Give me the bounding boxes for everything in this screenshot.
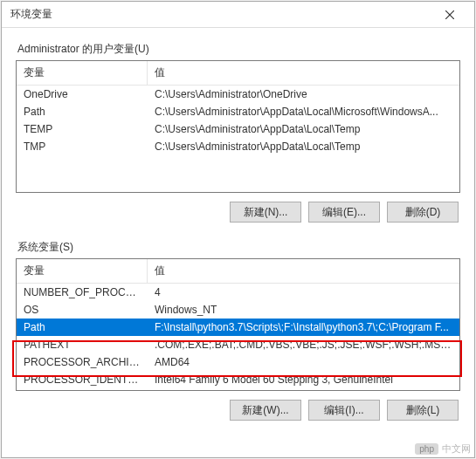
cell-value: Intel64 Family 6 Model 60 Stepping 3, Ge… xyxy=(148,371,459,388)
close-button[interactable] xyxy=(432,3,467,27)
cell-name: Path xyxy=(17,103,148,120)
user-list-header: 变量 值 xyxy=(17,61,459,86)
col-name[interactable]: 变量 xyxy=(17,259,148,283)
cell-value: C:\Users\Administrator\OneDrive xyxy=(148,86,459,103)
content-area: Administrator 的用户变量(U) 变量 值 OneDriveC:\U… xyxy=(2,28,474,457)
window-title: 环境变量 xyxy=(10,7,52,22)
sys-buttons: 新建(W)... 编辑(I)... 删除(L) xyxy=(16,391,460,426)
cell-value: F:\Install\python3.7\Scripts\;F:\Install… xyxy=(148,319,459,336)
sys-list-body[interactable]: NUMBER_OF_PROCESSORS4OSWindows_NTPathF:\… xyxy=(17,284,459,391)
table-row[interactable]: OSWindows_NT xyxy=(17,301,459,319)
close-icon xyxy=(445,10,454,19)
col-name[interactable]: 变量 xyxy=(17,61,148,85)
sys-vars-list[interactable]: 变量 值 NUMBER_OF_PROCESSORS4OSWindows_NTPa… xyxy=(16,258,460,391)
cell-name: Path xyxy=(17,319,148,336)
cell-value: 6 xyxy=(148,388,459,391)
table-row[interactable]: PATHEXT.COM;.EXE;.BAT;.CMD;.VBS;.VBE;.JS… xyxy=(17,336,459,353)
sys-edit-button[interactable]: 编辑(I)... xyxy=(308,400,380,421)
cell-value: 4 xyxy=(148,284,459,301)
user-list-body[interactable]: OneDriveC:\Users\Administrator\OneDriveP… xyxy=(17,86,459,193)
cell-value: C:\Users\Administrator\AppData\Local\Tem… xyxy=(148,138,459,155)
cell-value: C:\Users\Administrator\AppData\Local\Mic… xyxy=(148,103,459,120)
sys-vars-label: 系统变量(S) xyxy=(17,240,460,255)
user-delete-button[interactable]: 删除(D) xyxy=(387,202,459,223)
cell-name: NUMBER_OF_PROCESSORS xyxy=(17,284,148,301)
col-value[interactable]: 值 xyxy=(148,259,459,283)
table-row[interactable]: TMPC:\Users\Administrator\AppData\Local\… xyxy=(17,138,459,155)
cell-name: OneDrive xyxy=(17,86,148,103)
cell-name: TMP xyxy=(17,138,148,155)
table-row[interactable]: TEMPC:\Users\Administrator\AppData\Local… xyxy=(17,120,459,138)
sys-delete-button[interactable]: 删除(L) xyxy=(387,400,459,421)
user-vars-label: Administrator 的用户变量(U) xyxy=(17,42,460,57)
user-new-button[interactable]: 新建(N)... xyxy=(230,202,301,223)
cell-name: OS xyxy=(17,301,148,319)
col-value[interactable]: 值 xyxy=(148,61,459,85)
titlebar: 环境变量 xyxy=(2,2,474,28)
user-edit-button[interactable]: 编辑(E)... xyxy=(308,202,380,223)
table-row[interactable]: PathC:\Users\Administrator\AppData\Local… xyxy=(17,103,459,120)
table-row[interactable]: PROCESSOR_LEVEL6 xyxy=(17,388,459,391)
user-buttons: 新建(N)... 编辑(E)... 删除(D) xyxy=(16,193,460,228)
cell-name: PROCESSOR_LEVEL xyxy=(17,388,148,391)
cell-value: .COM;.EXE;.BAT;.CMD;.VBS;.VBE;.JS;.JSE;.… xyxy=(148,336,459,353)
cell-value: AMD64 xyxy=(148,353,459,371)
cell-name: PROCESSOR_ARCHITECT xyxy=(17,353,148,371)
table-row[interactable]: PROCESSOR_IDENTIFIERIntel64 Family 6 Mod… xyxy=(17,371,459,388)
cell-value: C:\Users\Administrator\AppData\Local\Tem… xyxy=(148,120,459,138)
cell-name: PATHEXT xyxy=(17,336,148,353)
user-vars-list[interactable]: 变量 值 OneDriveC:\Users\Administrator\OneD… xyxy=(16,60,460,193)
table-row[interactable]: NUMBER_OF_PROCESSORS4 xyxy=(17,284,459,301)
sys-new-button[interactable]: 新建(W)... xyxy=(230,400,301,421)
env-vars-dialog: 环境变量 Administrator 的用户变量(U) 变量 值 OneDriv… xyxy=(1,1,475,458)
cell-value: Windows_NT xyxy=(148,301,459,319)
table-row[interactable]: PROCESSOR_ARCHITECTAMD64 xyxy=(17,353,459,371)
cell-name: TEMP xyxy=(17,120,148,138)
cell-name: PROCESSOR_IDENTIFIER xyxy=(17,371,148,388)
table-row[interactable]: PathF:\Install\python3.7\Scripts\;F:\Ins… xyxy=(17,319,459,336)
table-row[interactable]: OneDriveC:\Users\Administrator\OneDrive xyxy=(17,86,459,103)
sys-list-header: 变量 值 xyxy=(17,259,459,284)
